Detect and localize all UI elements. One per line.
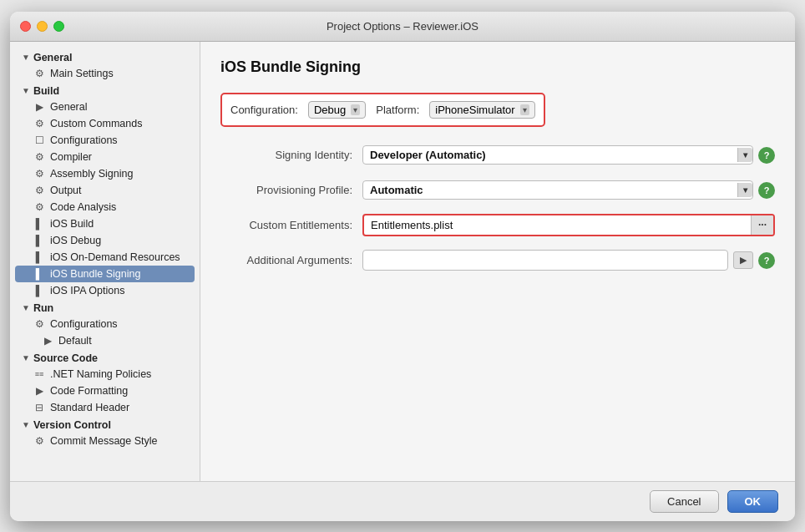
provisioning-profile-label: Provisioning Profile: — [220, 184, 362, 196]
block-icon-active: ▌ — [33, 268, 45, 280]
grid-icon: ⊟ — [33, 402, 45, 413]
sidebar-item-run-default[interactable]: ▶ Default — [10, 332, 200, 349]
window-controls — [20, 21, 64, 32]
sidebar-item-ios-ipa-options[interactable]: ▌ iOS IPA Options — [10, 282, 200, 299]
general-arrow: ▼ — [22, 53, 30, 62]
arguments-play-button[interactable]: ▶ — [733, 251, 753, 269]
ios-ipa-options-label: iOS IPA Options — [50, 285, 124, 296]
gear-icon: ⚙ — [33, 185, 45, 196]
sidebar-section-general-label: General — [33, 52, 73, 63]
provisioning-profile-row: Provisioning Profile: Automatic ▾ ? — [220, 179, 775, 202]
sidebar-item-ios-on-demand[interactable]: ▌ iOS On-Demand Resources — [10, 249, 200, 266]
provisioning-profile-chevron-icon: ▾ — [737, 183, 752, 197]
signing-identity-row: Signing Identity: Developer (Automatic) … — [220, 144, 775, 167]
sidebar-item-custom-commands[interactable]: ⚙ Custom Commands — [10, 115, 200, 132]
ios-bundle-signing-label: iOS Bundle Signing — [50, 268, 140, 280]
entitlements-browse-button[interactable]: ··· — [751, 215, 773, 235]
sidebar-item-configurations[interactable]: ☐ Configurations — [10, 132, 200, 149]
ok-button[interactable]: OK — [727, 490, 779, 513]
platform-dropdown[interactable]: iPhoneSimulator ▾ — [429, 101, 534, 119]
block-icon: ▌ — [33, 218, 45, 230]
build-general-label: General — [50, 101, 87, 113]
config-dropdown[interactable]: Debug ▾ — [308, 101, 366, 119]
sidebar-item-ios-bundle-signing[interactable]: ▌ iOS Bundle Signing — [15, 266, 195, 282]
maximize-button[interactable] — [53, 21, 64, 32]
dots-icon: ··· — [758, 219, 767, 231]
config-chevron-icon: ▾ — [351, 104, 360, 115]
gear-icon: ⚙ — [33, 201, 45, 213]
commit-message-label: Commit Message Style — [50, 435, 158, 447]
build-arrow: ▼ — [22, 86, 30, 95]
ios-build-label: iOS Build — [50, 218, 94, 230]
standard-header-label: Standard Header — [50, 402, 129, 413]
provisioning-profile-dropdown[interactable]: Automatic ▾ — [362, 180, 753, 200]
window-title: Project Options – Reviewer.iOS — [327, 20, 478, 33]
code-analysis-label: Code Analysis — [50, 201, 116, 213]
configuration-row: Configuration: Debug ▾ Platform: iPhoneS… — [220, 93, 545, 127]
arrow-right-icon: ▶ — [42, 335, 53, 347]
cancel-button[interactable]: Cancel — [650, 490, 718, 513]
sidebar-item-ios-debug[interactable]: ▌ iOS Debug — [10, 232, 200, 249]
gear-icon: ⚙ — [33, 68, 45, 79]
net-naming-label: .NET Naming Policies — [50, 368, 151, 380]
sidebar: ▼ General ⚙ Main Settings ▼ Build ▶ Gene… — [10, 42, 200, 481]
help-icon: ? — [764, 150, 770, 160]
signing-identity-dropdown[interactable]: Developer (Automatic) ▾ — [362, 145, 753, 165]
sidebar-item-build-general[interactable]: ▶ General — [10, 99, 200, 115]
sidebar-item-run-configurations[interactable]: ⚙ Configurations — [10, 316, 200, 332]
sidebar-section-run[interactable]: ▼ Run — [10, 299, 200, 316]
signing-identity-control: Developer (Automatic) ▾ ? — [362, 145, 775, 165]
entitlements-input[interactable] — [364, 215, 751, 235]
sidebar-section-source-code[interactable]: ▼ Source Code — [10, 349, 200, 366]
sidebar-section-build-label: Build — [33, 85, 59, 97]
sidebar-section-source-code-label: Source Code — [33, 352, 98, 364]
provisioning-profile-help-button[interactable]: ? — [758, 182, 775, 199]
platform-chevron-icon: ▾ — [520, 104, 529, 115]
run-configurations-label: Configurations — [50, 318, 118, 330]
signing-identity-help-button[interactable]: ? — [758, 147, 775, 164]
ios-debug-label: iOS Debug — [50, 235, 101, 246]
gear-icon: ⚙ — [33, 318, 45, 330]
sidebar-section-build[interactable]: ▼ Build — [10, 82, 200, 99]
ios-on-demand-label: iOS On-Demand Resources — [50, 251, 180, 263]
sidebar-item-code-analysis[interactable]: ⚙ Code Analysis — [10, 199, 200, 215]
gear-icon: ⚙ — [33, 151, 45, 163]
sidebar-item-commit-message[interactable]: ⚙ Commit Message Style — [10, 433, 200, 449]
additional-arguments-input[interactable] — [362, 250, 728, 271]
sidebar-item-standard-header[interactable]: ⊟ Standard Header — [10, 399, 200, 416]
close-button[interactable] — [20, 21, 31, 32]
provisioning-profile-value: Automatic — [370, 184, 423, 196]
additional-arguments-help-button[interactable]: ? — [758, 252, 775, 269]
sidebar-item-assembly-signing[interactable]: ⚙ Assembly Signing — [10, 165, 200, 182]
assembly-signing-label: Assembly Signing — [50, 168, 133, 180]
help-icon: ? — [764, 256, 770, 266]
source-code-arrow: ▼ — [22, 353, 30, 362]
sidebar-section-version-control[interactable]: ▼ Version Control — [10, 416, 200, 433]
gear-icon: ⚙ — [33, 118, 45, 129]
checkbox-icon: ☐ — [33, 134, 45, 146]
signing-identity-label: Signing Identity: — [220, 149, 362, 161]
custom-commands-label: Custom Commands — [50, 118, 142, 129]
provisioning-profile-control: Automatic ▾ ? — [362, 180, 775, 200]
additional-arguments-control: ▶ ? — [362, 250, 775, 271]
sidebar-item-code-formatting[interactable]: ▶ Code Formatting — [10, 383, 200, 399]
sidebar-item-output[interactable]: ⚙ Output — [10, 182, 200, 199]
compiler-label: Compiler — [50, 151, 92, 163]
titlebar: Project Options – Reviewer.iOS — [10, 12, 795, 42]
sidebar-item-compiler[interactable]: ⚙ Compiler — [10, 149, 200, 165]
minimize-button[interactable] — [37, 21, 48, 32]
arrow-right-icon: ▶ — [33, 385, 45, 397]
sidebar-item-main-settings[interactable]: ⚙ Main Settings — [10, 65, 200, 82]
main-settings-label: Main Settings — [50, 68, 114, 79]
lines-icon: ≡≡ — [33, 370, 45, 378]
sidebar-section-version-control-label: Version Control — [33, 419, 111, 431]
custom-entitlements-control: ··· — [362, 214, 775, 236]
main-window: Project Options – Reviewer.iOS ▼ General… — [10, 12, 795, 521]
additional-arguments-row: Additional Arguments: ▶ ? — [220, 249, 775, 272]
sidebar-section-general[interactable]: ▼ General — [10, 48, 200, 65]
gear-icon: ⚙ — [33, 168, 45, 180]
sidebar-item-ios-build[interactable]: ▌ iOS Build — [10, 215, 200, 232]
sidebar-item-net-naming[interactable]: ≡≡ .NET Naming Policies — [10, 366, 200, 383]
gear-icon: ⚙ — [33, 435, 45, 447]
config-label: Configuration: — [230, 104, 298, 116]
